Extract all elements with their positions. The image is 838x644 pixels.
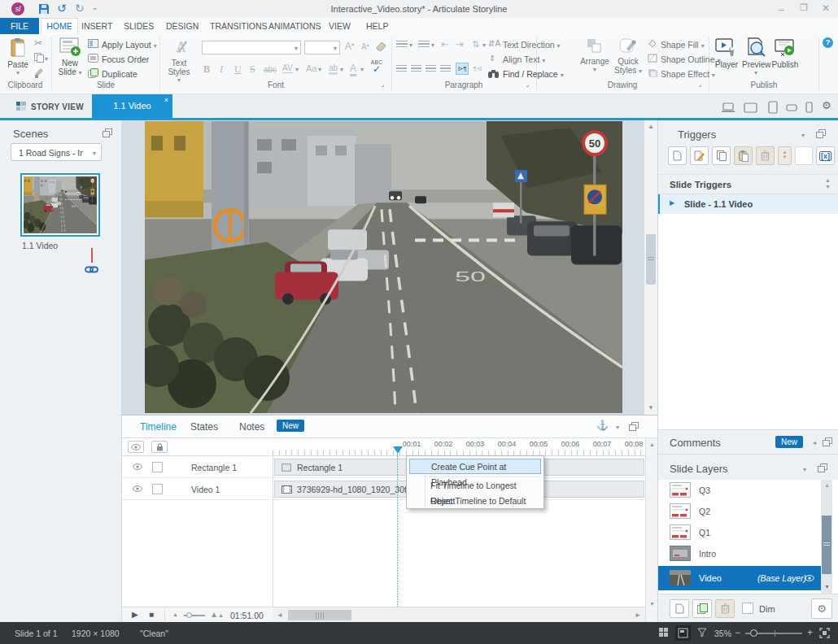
lock-all-button[interactable] — [151, 441, 168, 453]
timeline-h-scrollbar[interactable]: ◄ ► — [273, 607, 645, 624]
menu-item-reset-timeline[interactable]: Reset Timeline to Default — [409, 494, 541, 509]
track-lock-checkbox[interactable] — [152, 484, 163, 494]
stop-icon[interactable]: ■ — [149, 610, 154, 619]
edit-trigger-button[interactable] — [690, 146, 709, 165]
redo-icon[interactable]: ↻ — [75, 2, 85, 15]
tab-view[interactable]: VIEW — [329, 21, 351, 31]
device-phone-landscape-icon[interactable] — [786, 104, 797, 111]
align-text-button[interactable]: Align Text ▾ — [503, 54, 545, 64]
layer-row[interactable]: Q1 — [658, 522, 821, 543]
publish-button[interactable]: Publish — [771, 37, 799, 85]
layers-dock-icon[interactable] — [818, 463, 827, 472]
find-replace-button[interactable]: Find / Replace ▾ — [503, 69, 564, 79]
spell-check-button[interactable]: ABC ✓ — [369, 59, 384, 73]
timeline-zoom-out-icon[interactable]: ▲ — [172, 611, 178, 617]
device-tablet-portrait-icon[interactable] — [768, 101, 778, 114]
scroll-left-icon[interactable]: ◄ — [277, 611, 283, 619]
font-color-dropdown-icon[interactable]: ▾ — [360, 66, 364, 73]
tab-transitions[interactable]: TRANSITIONS — [210, 21, 268, 31]
layers-scroll-thumb[interactable] — [822, 516, 831, 574]
timeline-dock-icon[interactable] — [629, 422, 639, 431]
stage-vertical-scrollbar[interactable]: ▲ ▼ — [644, 120, 657, 415]
layers-caret-icon[interactable]: ▾ — [803, 466, 806, 473]
italic-button[interactable]: I — [220, 63, 223, 76]
new-trigger-button[interactable] — [668, 146, 687, 165]
numbering-button[interactable] — [418, 41, 430, 48]
timeline-zoom-slider[interactable] — [184, 615, 205, 616]
change-case-button[interactable]: Aa — [306, 63, 316, 73]
align-center-button[interactable] — [411, 65, 421, 72]
play-icon[interactable]: ▶ — [132, 610, 138, 619]
comments-dock-icon[interactable] — [823, 437, 832, 446]
focus-order-button[interactable]: Focus Order — [102, 54, 149, 64]
paste-button[interactable]: Paste ▾ — [5, 37, 31, 85]
trigger-item[interactable]: ▶ Slide - 1.1 Video — [658, 194, 838, 214]
help-icon[interactable]: ? — [823, 37, 833, 48]
timeline-new-badge[interactable]: New — [277, 420, 304, 432]
trigger-expand-icon[interactable]: ▶ — [670, 199, 674, 207]
paragraph-dialog-launcher-icon[interactable]: ⌟ — [526, 80, 529, 88]
device-phone-portrait-icon[interactable] — [805, 102, 813, 113]
copy-dropdown-icon[interactable]: ▾ — [45, 55, 48, 63]
scroll-down-icon[interactable]: ▼ — [648, 404, 654, 411]
trigger-reorder-spinner[interactable]: ▲▼ — [778, 146, 792, 165]
tab-close-icon[interactable]: × — [164, 96, 168, 104]
eye-icon[interactable] — [133, 463, 142, 470]
scene-dropdown[interactable]: 1 Road Signs - Ir ▾ — [11, 143, 102, 161]
zoom-slider[interactable] — [745, 633, 802, 634]
change-case-dropdown-icon[interactable]: ▾ — [318, 66, 321, 73]
slide-video[interactable]: 50 50 — [145, 121, 622, 413]
copy-trigger-button[interactable] — [712, 146, 731, 165]
layer-row-selected[interactable]: Video (Base Layer) — [658, 566, 821, 590]
font-color-button[interactable]: A — [350, 63, 356, 76]
filter-funnel-icon[interactable] — [697, 628, 707, 637]
zoom-in-icon[interactable]: + — [807, 627, 813, 638]
preview-settings-gear-icon[interactable]: ⚙ — [822, 99, 831, 111]
tab-design[interactable]: DESIGN — [166, 21, 199, 31]
triggers-caret-icon[interactable]: ▾ — [801, 132, 805, 139]
zoom-slider-thumb[interactable] — [750, 629, 757, 637]
bullets-button[interactable] — [396, 41, 408, 48]
tab-states[interactable]: States — [190, 421, 218, 433]
zoom-out-icon[interactable]: − — [735, 627, 740, 638]
sort-triggers-icon[interactable]: ▲▼ — [825, 177, 831, 190]
tab-slides[interactable]: SLIDES — [124, 21, 154, 31]
layer-row[interactable]: Q2 — [658, 501, 821, 522]
timeline-scroll-thumb[interactable] — [288, 610, 351, 620]
bold-button[interactable]: B — [203, 63, 210, 76]
close-button[interactable]: ✕ — [822, 2, 830, 14]
text-direction-button[interactable]: Text Direction ▾ — [503, 40, 561, 50]
line-spacing-dropdown-icon[interactable]: ▾ — [482, 41, 486, 49]
increase-indent-icon[interactable]: ⇥ — [456, 39, 463, 50]
tab-file[interactable]: FILE — [0, 18, 39, 34]
eye-icon[interactable] — [133, 485, 142, 492]
manage-variables-button[interactable]: [x] — [816, 146, 835, 165]
grid-view-icon[interactable] — [659, 628, 669, 637]
triggers-dock-icon[interactable] — [816, 129, 826, 138]
delete-layer-button[interactable] — [715, 599, 735, 618]
paste-trigger-button[interactable] — [734, 146, 753, 165]
new-layer-button[interactable] — [670, 599, 689, 618]
blank-trigger-button[interactable] — [795, 146, 813, 165]
tab-notes[interactable]: Notes — [239, 421, 264, 433]
drawing-dialog-launcher-icon[interactable]: ⌟ — [698, 80, 701, 88]
rtl-direction-button[interactable]: ¶⊲ — [471, 63, 484, 75]
track-name[interactable]: Rectangle 1 — [191, 463, 237, 472]
menu-item-fit-timeline[interactable]: Fit Timeline to Longest Object — [409, 478, 541, 494]
grow-font-button[interactable]: A▴ — [345, 41, 355, 52]
scroll-right-icon[interactable]: ► — [635, 611, 641, 619]
arrange-button[interactable]: Arrange ▾ — [579, 37, 610, 85]
shape-outline-button[interactable]: Shape Outline ▾ — [661, 54, 721, 64]
scroll-up-icon[interactable]: ▲ — [824, 482, 830, 488]
copy-icon[interactable] — [34, 53, 44, 63]
cut-icon[interactable]: ✂ — [34, 37, 42, 49]
scroll-down-icon[interactable]: ▼ — [649, 601, 655, 607]
device-laptop-icon[interactable] — [721, 102, 735, 113]
layers-scrollbar[interactable]: ▲ ▼ — [821, 480, 832, 594]
font-dialog-launcher-icon[interactable]: ⌟ — [381, 80, 384, 88]
tab-insert[interactable]: INSERT — [81, 21, 112, 31]
quick-access-dropdown-icon[interactable]: ⌄ — [92, 3, 98, 11]
apply-layout-button[interactable]: Apply Layout ▾ — [102, 40, 157, 50]
align-left-button[interactable] — [396, 65, 407, 72]
scroll-up-icon[interactable]: ▲ — [648, 123, 654, 130]
